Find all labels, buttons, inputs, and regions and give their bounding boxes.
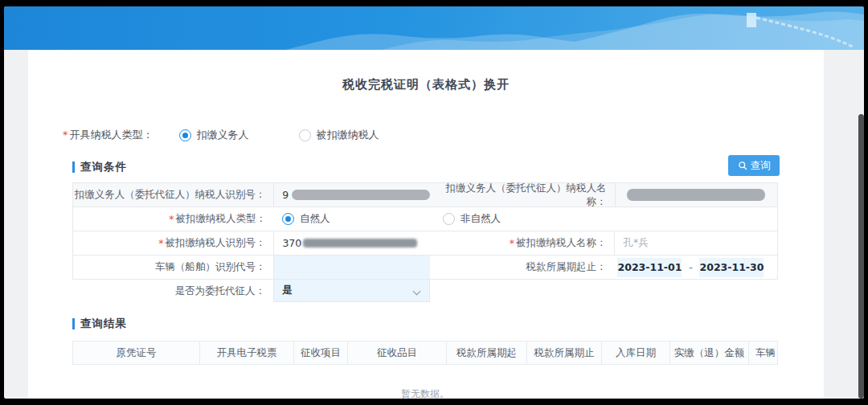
vertical-scrollbar[interactable]	[858, 114, 864, 399]
search-icon	[738, 161, 747, 170]
tax-period-start-input[interactable]: 2023-11-01	[617, 258, 682, 277]
section-accent-bar	[72, 162, 75, 173]
empty-state-text: 暂无数据。	[72, 365, 778, 399]
payer-id-redaction	[303, 239, 417, 248]
tax-period-separator: -	[682, 261, 699, 273]
tax-period-field: 2023-11-01 - 2023-11-30	[614, 256, 777, 279]
radio-withheld-taxpayer-label: 被扣缴纳税人	[317, 128, 379, 142]
delegated-agent-row: 是否为委托代征人： 是	[72, 280, 778, 302]
withholder-name-field	[615, 183, 777, 207]
radio-non-natural-person[interactable]: 非自然人	[431, 207, 501, 231]
payer-name-label: *被扣缴纳税人名称：	[430, 231, 614, 255]
chevron-down-icon	[413, 288, 421, 296]
great-wall-graphic	[285, 6, 864, 50]
required-asterisk: *	[63, 129, 68, 141]
vehicle-id-input[interactable]	[273, 256, 430, 279]
radio-unselected-icon	[443, 213, 455, 225]
withholder-id-label: 扣缴义务人（委托代征人）纳税人识别号：	[73, 183, 273, 207]
radio-selected-icon	[179, 129, 191, 141]
page-background: 税收完税证明（表格式）换开 *开具纳税人类型： 扣缴义务人 被扣缴纳税人	[4, 50, 864, 399]
withholder-name-redaction	[627, 189, 765, 201]
query-results-table: 原凭证号 开具电子税票 征收项目 征收品目 税款所属期起 税款所属期止 入库日期…	[72, 341, 778, 399]
payer-type-label: *被扣缴纳税人类型：	[73, 207, 274, 231]
withholder-name-label: 扣缴义务人（委托代征人）纳税人名称：	[430, 183, 614, 207]
taxpayer-type-row: *开具纳税人类型： 扣缴义务人 被扣缴纳税人	[63, 126, 824, 144]
vehicle-period-row: 车辆（船舶）识别代号： 税款所属期起止： 2023-11-01 - 2023-1…	[73, 256, 777, 280]
payer-name-field[interactable]: 孔*兵	[614, 231, 777, 255]
withholder-id-visible-value: 9	[282, 189, 289, 201]
required-asterisk: *	[158, 237, 163, 249]
page-title: 税收完税证明（表格式）换开	[28, 50, 824, 92]
radio-non-natural-person-label: 非自然人	[461, 212, 501, 226]
required-asterisk: *	[510, 237, 514, 249]
withholder-id-field: 9	[273, 183, 430, 207]
col-electronic-tax-ticket: 开具电子税票	[200, 342, 294, 364]
query-conditions-title: 查询条件	[80, 160, 127, 174]
payer-identity-row: *被扣缴纳税人识别号： 370 *被扣缴纳税人名称： 孔*兵	[73, 231, 777, 256]
payer-type-row: *被扣缴纳税人类型： 自然人 非自然人	[73, 207, 777, 231]
browser-viewport: 税收完税证明（表格式）换开 *开具纳税人类型： 扣缴义务人 被扣缴纳税人	[4, 6, 864, 399]
payer-id-field[interactable]: 370	[273, 231, 430, 255]
query-button[interactable]: 查询	[728, 155, 780, 176]
payer-id-label: *被扣缴纳税人识别号：	[73, 231, 273, 255]
col-storage-date: 入库日期	[602, 342, 670, 364]
query-results-title: 查询结果	[80, 317, 127, 331]
taxpayer-type-label: 开具纳税人类型：	[70, 129, 154, 141]
is-delegated-value: 是	[282, 284, 293, 297]
radio-withholding-agent[interactable]: 扣缴义务人	[179, 128, 249, 142]
query-conditions-form: 扣缴义务人（委托代征人）纳税人识别号： 9 扣缴义务人（委托代征人）纳税人名称：…	[72, 182, 778, 280]
col-vehicle-clipped: 车辆（船舶）	[749, 342, 777, 364]
radio-natural-person[interactable]: 自然人	[274, 207, 431, 231]
col-tax-period-start: 税款所属期起	[447, 342, 527, 364]
is-delegated-label: 是否为委托代征人：	[72, 280, 273, 302]
col-tax-period-end: 税款所属期止	[527, 342, 602, 364]
radio-selected-icon	[282, 213, 294, 225]
results-header-row: 原凭证号 开具电子税票 征收项目 征收品目 税款所属期起 税款所属期止 入库日期…	[72, 341, 778, 365]
vehicle-id-label: 车辆（船舶）识别代号：	[73, 256, 273, 279]
radio-unselected-icon	[299, 129, 311, 141]
section-accent-bar	[72, 318, 75, 329]
window-frame: 税收完税证明（表格式）换开 *开具纳税人类型： 扣缴义务人 被扣缴纳税人	[0, 0, 868, 405]
withholder-id-redaction	[292, 190, 430, 200]
col-original-voucher-no: 原凭证号	[73, 342, 200, 364]
withholder-row: 扣缴义务人（委托代征人）纳税人识别号： 9 扣缴义务人（委托代征人）纳税人名称：	[73, 183, 777, 207]
query-button-label: 查询	[751, 159, 771, 173]
payer-id-visible-value: 370	[282, 237, 301, 249]
radio-withholding-agent-label: 扣缴义务人	[197, 128, 249, 142]
required-asterisk: *	[169, 213, 174, 225]
query-results-section-head: 查询结果	[72, 313, 780, 334]
header-banner	[4, 6, 864, 50]
tax-period-label: 税款所属期起止：	[430, 256, 614, 279]
tax-period-end-input[interactable]: 2023-11-30	[699, 258, 764, 277]
radio-natural-person-label: 自然人	[300, 212, 330, 226]
radio-withheld-taxpayer[interactable]: 被扣缴纳税人	[299, 128, 379, 142]
is-delegated-dropdown[interactable]: 是	[273, 280, 430, 302]
col-levy-item: 征收项目	[294, 342, 348, 364]
col-paid-refund-amount: 实缴（退）金额	[670, 342, 749, 364]
main-panel: 税收完税证明（表格式）换开 *开具纳税人类型： 扣缴义务人 被扣缴纳税人	[28, 50, 824, 399]
col-levy-subitem: 征收品目	[348, 342, 447, 364]
query-conditions-section-head: 查询条件 查询	[72, 157, 780, 178]
